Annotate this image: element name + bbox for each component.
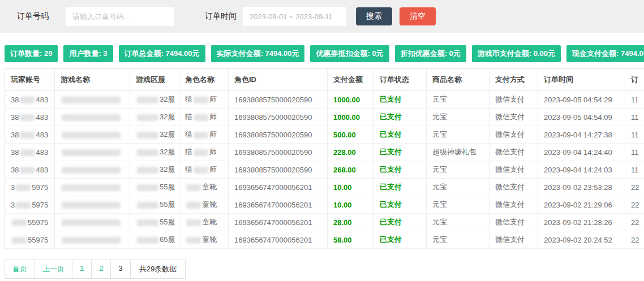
account-prefix: 38 [11,148,19,157]
cell-product-name: 元宝 [427,196,490,214]
cell-role-name: 猫师 [179,144,229,161]
cell-product-name: 元宝 [427,126,490,144]
cell-game-region: 65服 [130,231,179,249]
col-game-region: 游戏区服 [130,69,179,91]
cell-pay-amount: 58.00 [328,231,374,249]
cell-game-region: 32服 [130,161,179,179]
cell-product-name: 超级神壕礼包 [427,144,490,161]
cell-order-status: 已支付 [374,161,427,179]
cell-game-name [55,109,130,126]
cell-product-name: 元宝 [427,179,490,196]
order-row: 38483 32服 猫师 1693808575000020590 500.00 … [5,126,644,144]
cell-order-number-clipped: 22 [625,231,644,249]
col-pay-amount: 支付金额 [328,69,374,91]
region-suffix: 32服 [160,113,175,121]
account-suffix: 55975 [28,218,48,227]
cell-order-number-clipped: 11 [625,161,644,179]
account-suffix: 5975 [32,201,48,209]
cell-pay-amount: 1000.00 [328,109,374,126]
order-row: 35975 55服 童靴 1693656747000056201 10.00 已… [5,179,644,196]
pagination-page-2[interactable]: 2 [91,260,111,279]
account-suffix: 483 [36,131,48,139]
redaction-blur [12,237,27,244]
cell-role-name: 猫师 [179,161,229,179]
order-number-input[interactable] [66,7,174,26]
stat-user-count: 用户数量: 3 [63,45,113,62]
cell-pay-method: 微信支付 [490,231,538,249]
stat-order-total: 订单总金额: 7494.00元 [119,45,205,62]
cell-order-number-clipped: 11 [625,144,644,161]
cell-order-number-clipped: 22 [625,196,644,214]
cell-game-name [55,214,130,231]
cell-game-region: 32服 [130,126,179,144]
cell-game-region: 55服 [130,179,179,196]
cell-game-region: 55服 [130,196,179,214]
account-prefix: 38 [11,96,19,104]
redaction-blur [137,184,158,191]
orders-table-body: 38483 32服 猫师 1693808575000020590 1000.00… [5,91,644,249]
stat-gamecoin-paid: 游戏币支付金额: 0.00元 [472,45,561,62]
stat-actual-paid: 实际支付金额: 7494.00元 [211,45,305,62]
cell-order-time: 2023-09-04 14:24:03 [538,161,625,179]
col-role-id: 角色ID [229,69,328,91]
pagination-prev[interactable]: 上一页 [35,260,72,279]
cell-product-name: 元宝 [427,214,490,231]
clear-button[interactable]: 清空 [400,7,436,25]
cell-order-status: 已支付 [374,109,427,126]
redaction-blur [20,132,35,139]
cell-product-name: 元宝 [427,109,490,126]
redaction-blur [194,97,208,103]
cell-order-time: 2023-09-02 21:28:26 [538,214,625,231]
pagination-page-3-current: 3 [110,260,130,279]
cell-pay-method: 微信支付 [490,214,538,231]
cell-pay-amount: 1000.00 [328,91,374,109]
redaction-blur [62,149,121,156]
account-suffix: 483 [36,166,48,174]
search-button[interactable]: 搜索 [356,7,392,25]
redaction-blur [62,184,121,191]
cell-order-status: 已支付 [374,91,427,109]
cell-order-time: 2023-09-05 04:54:29 [538,91,625,109]
pagination-page-1[interactable]: 1 [72,260,92,279]
role-suffix: 童靴 [202,200,217,209]
redaction-blur [194,149,208,156]
cell-game-name [55,161,130,179]
cell-pay-amount: 28.00 [328,214,374,231]
account-prefix: 38 [11,131,19,139]
region-suffix: 65服 [160,235,175,244]
cell-player-account: 35975 [5,196,55,214]
cell-pay-method: 微信支付 [490,196,538,214]
col-pay-method: 支付方式 [490,69,538,91]
cell-order-number-clipped: 22 [625,179,644,196]
search-bar: 订单号码 订单时间 搜索 清空 [0,0,644,33]
redaction-blur [137,237,158,244]
cell-order-status: 已支付 [374,214,427,231]
cell-player-account: 55975 [5,231,55,249]
cell-player-account: 38483 [5,109,55,126]
col-role-name: 角色名称 [179,69,229,91]
redaction-blur [137,97,158,103]
cell-role-id: 1693656747000056201 [229,196,328,214]
cell-role-id: 1693808575000020590 [229,91,328,109]
order-row: 38483 32服 猫师 1693808575000020590 228.00 … [5,144,644,161]
redaction-blur [194,114,208,121]
col-order-time: 订单时间 [538,69,625,91]
pagination-first[interactable]: 首页 [5,260,35,279]
redaction-blur [137,167,158,174]
account-prefix: 38 [11,113,19,122]
redaction-blur [137,219,158,226]
cell-order-number-clipped: 22 [625,214,644,231]
col-player-account: 玩家账号 [5,69,55,91]
redaction-blur [62,167,121,174]
cell-order-time: 2023-09-02 20:24:52 [538,231,625,249]
role-suffix: 师 [209,165,217,174]
redaction-blur [137,202,158,209]
cell-role-name: 猫师 [179,91,229,109]
order-time-range-input[interactable] [243,7,346,26]
cell-game-name [55,126,130,144]
redaction-blur [62,114,121,121]
cell-pay-method: 微信支付 [490,161,538,179]
cell-player-account: 38483 [5,126,55,144]
cell-role-id: 1693656747000056201 [229,179,328,196]
cell-role-name: 童靴 [179,231,229,249]
